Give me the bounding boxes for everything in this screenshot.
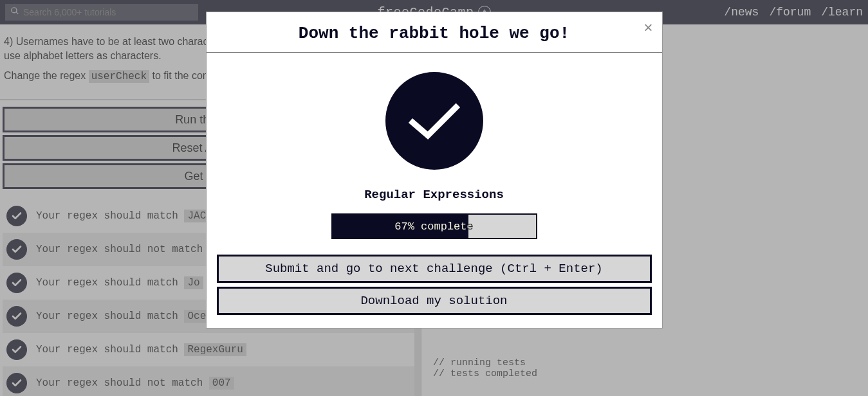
- completion-modal: Down the rabbit hole we go! × Regular Ex…: [206, 12, 663, 328]
- progress-bar: 67% complete: [331, 213, 537, 239]
- modal-actions: Submit and go to next challenge (Ctrl + …: [207, 251, 662, 328]
- modal-header: Down the rabbit hole we go! ×: [207, 12, 662, 53]
- success-check-icon: [385, 72, 483, 170]
- submit-next-button[interactable]: Submit and go to next challenge (Ctrl + …: [217, 255, 652, 283]
- close-icon[interactable]: ×: [643, 19, 652, 37]
- progress-label: 67% complete: [333, 215, 536, 238]
- modal-subtitle: Regular Expressions: [219, 188, 649, 202]
- modal-title: Down the rabbit hole we go!: [219, 24, 649, 43]
- download-solution-button[interactable]: Download my solution: [217, 287, 652, 315]
- modal-body: Regular Expressions 67% complete: [207, 53, 662, 251]
